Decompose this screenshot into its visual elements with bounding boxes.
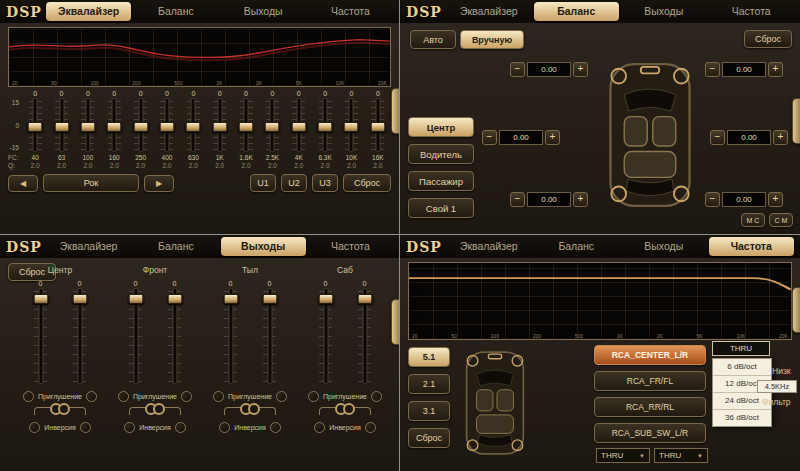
listening-position-button-4[interactable]: Свой 1 [408, 198, 474, 218]
filter-cutoff-value[interactable]: 4.5KHz [757, 380, 797, 393]
tab-2[interactable]: Баланс [534, 237, 620, 256]
tab-4[interactable]: Частота [308, 237, 393, 256]
mute-checkbox-right[interactable] [181, 391, 192, 402]
slope-select[interactable]: THRU [712, 341, 770, 356]
slider-thumb[interactable] [80, 122, 95, 132]
output-level-slider[interactable] [318, 288, 333, 384]
minus-button[interactable]: − [510, 192, 525, 207]
invert-checkbox-left[interactable] [314, 422, 325, 433]
tab-1[interactable]: Эквалайзер [446, 2, 532, 21]
slider-thumb[interactable] [265, 122, 280, 132]
invert-checkbox-left[interactable] [29, 422, 40, 433]
minus-button[interactable]: − [705, 62, 720, 77]
link-icon[interactable] [335, 403, 355, 415]
slider-thumb[interactable] [159, 122, 174, 132]
slider-thumb[interactable] [318, 294, 333, 304]
preset-prev-button[interactable]: ◀ [8, 175, 38, 192]
slider-thumb[interactable] [54, 122, 69, 132]
slope-option[interactable]: 36 dB/oct [713, 410, 771, 426]
panel-slide-handle[interactable] [792, 98, 800, 144]
minus-button[interactable]: − [482, 130, 497, 145]
mute-checkbox-left[interactable] [308, 391, 319, 402]
slider-thumb[interactable] [223, 294, 238, 304]
slider-thumb[interactable] [239, 122, 254, 132]
memory-button-U2[interactable]: U2 [281, 174, 307, 192]
rca-channel-button-2[interactable]: RCA_FR/FL [594, 371, 706, 391]
listening-position-button-1[interactable]: Центр [408, 117, 474, 137]
output-level-slider[interactable] [128, 288, 143, 384]
eq-band-slider[interactable] [239, 98, 254, 152]
eq-band-slider[interactable] [344, 98, 359, 152]
slider-thumb[interactable] [28, 122, 43, 132]
eq-band-slider[interactable] [212, 98, 227, 152]
speaker-mode-button-2.1[interactable]: 2.1 [408, 374, 450, 394]
panel-slide-handle[interactable] [792, 287, 800, 333]
tab-3[interactable]: Выходы [621, 2, 707, 21]
link-icon[interactable] [50, 403, 70, 415]
eq-band-slider[interactable] [318, 98, 333, 152]
eq-band-slider[interactable] [133, 98, 148, 152]
tab-1[interactable]: Эквалайзер [46, 237, 131, 256]
mute-checkbox-right[interactable] [371, 391, 382, 402]
slope-option[interactable]: 6 dB/oct [713, 359, 771, 376]
output-level-slider[interactable] [262, 288, 277, 384]
rca-channel-button-3[interactable]: RCA_RR/RL [594, 397, 706, 417]
slider-thumb[interactable] [291, 122, 306, 132]
frequency-reset-button[interactable]: Сброс [408, 428, 450, 448]
slider-thumb[interactable] [167, 294, 182, 304]
mc-toggle-button[interactable]: M C [741, 213, 765, 227]
slider-thumb[interactable] [33, 294, 48, 304]
eq-band-slider[interactable] [265, 98, 280, 152]
balance-reset-button[interactable]: Сброс [744, 30, 792, 48]
tab-4[interactable]: Частота [709, 2, 795, 21]
plus-button[interactable]: + [545, 130, 560, 145]
listening-position-button-3[interactable]: Пассажир [408, 171, 474, 191]
tab-3[interactable]: Выходы [221, 237, 306, 256]
speaker-mode-button-5.1[interactable]: 5.1 [408, 347, 450, 367]
slider-thumb[interactable] [212, 122, 227, 132]
balance-auto-button[interactable]: Авто [410, 30, 456, 49]
slider-thumb[interactable] [128, 294, 143, 304]
panel-slide-handle[interactable] [391, 299, 400, 345]
tab-3[interactable]: Выходы [621, 237, 707, 256]
slider-thumb[interactable] [133, 122, 148, 132]
minus-button[interactable]: − [710, 130, 725, 145]
speaker-mode-button-3.1[interactable]: 3.1 [408, 401, 450, 421]
tab-3[interactable]: Выходы [221, 2, 306, 21]
eq-band-slider[interactable] [80, 98, 95, 152]
eq-band-slider[interactable] [370, 98, 385, 152]
slider-thumb[interactable] [107, 122, 122, 132]
slider-thumb[interactable] [318, 122, 333, 132]
output-level-slider[interactable] [357, 288, 372, 384]
link-icon[interactable] [145, 403, 165, 415]
plus-button[interactable]: + [773, 130, 788, 145]
slider-thumb[interactable] [370, 122, 385, 132]
plus-button[interactable]: + [768, 192, 783, 207]
panel-slide-handle[interactable] [391, 88, 400, 134]
eq-band-slider[interactable] [54, 98, 69, 152]
tab-1[interactable]: Эквалайзер [446, 237, 532, 256]
mute-checkbox-right[interactable] [276, 391, 287, 402]
preset-next-button[interactable]: ▶ [144, 175, 174, 192]
minus-button[interactable]: − [705, 192, 720, 207]
eq-band-slider[interactable] [159, 98, 174, 152]
eq-band-slider[interactable] [291, 98, 306, 152]
tab-2[interactable]: Баланс [534, 2, 620, 21]
tab-4[interactable]: Частота [709, 237, 795, 256]
minus-button[interactable]: − [510, 62, 525, 77]
sub-slope-select-left[interactable]: THRU ▼ [596, 448, 650, 463]
slider-thumb[interactable] [357, 294, 372, 304]
listening-position-button-2[interactable]: Водитель [408, 144, 474, 164]
slider-thumb[interactable] [186, 122, 201, 132]
memory-button-U3[interactable]: U3 [312, 174, 338, 192]
tab-4[interactable]: Частота [308, 2, 393, 21]
eq-reset-button[interactable]: Сброс [343, 174, 391, 192]
tab-1[interactable]: Эквалайзер [46, 2, 131, 21]
rca-channel-button-1[interactable]: RCA_CENTER_L/R [594, 345, 706, 365]
tab-2[interactable]: Баланс [133, 2, 218, 21]
slider-thumb[interactable] [262, 294, 277, 304]
cm-toggle-button[interactable]: C M [769, 213, 793, 227]
mute-checkbox-left[interactable] [23, 391, 34, 402]
link-icon[interactable] [240, 403, 260, 415]
mute-checkbox-left[interactable] [213, 391, 224, 402]
